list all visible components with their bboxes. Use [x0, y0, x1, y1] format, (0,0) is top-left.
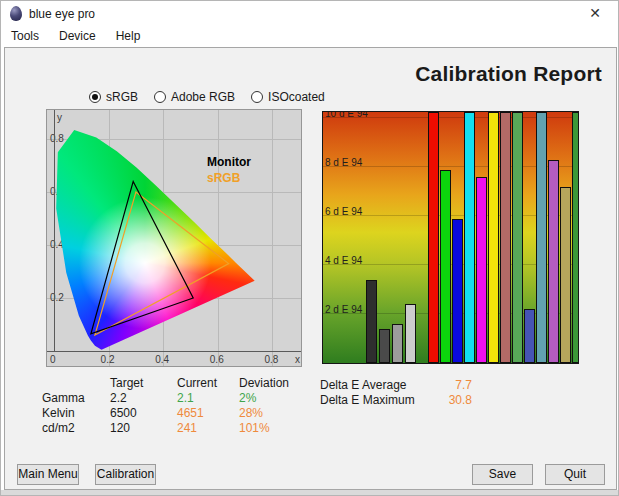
deviation-value: 28% [239, 406, 309, 420]
table-header-row: TargetCurrentDeviation [42, 376, 309, 391]
row-label: Gamma [42, 391, 110, 405]
page-title: Calibration Report [415, 62, 602, 86]
radio-label: sRGB [106, 90, 138, 104]
row-label: cd/m2 [42, 421, 110, 435]
bar-y-tick-label: 2 d E 94 [325, 304, 362, 315]
quit-button[interactable]: Quit [545, 464, 605, 485]
delta-e-value: 30.8 [430, 393, 472, 407]
delta-e-summary: Delta E Average7.7Delta E Maximum30.8 [320, 378, 472, 408]
delta-e-bar-blue [452, 219, 463, 363]
main-menu-button[interactable]: Main Menu [17, 464, 79, 485]
window-title: blue eye pro [29, 7, 95, 21]
target-value: 6500 [110, 406, 177, 420]
bar-y-tick-label: 10 d E 94 [325, 111, 368, 119]
table-row: cd/m2120241101% [42, 421, 309, 436]
menu-item-help[interactable]: Help [106, 26, 151, 47]
delta-e-bar-magenta [476, 177, 487, 363]
content-panel: sRGBAdobe RGBISOcoated Calibration Repor… [4, 47, 617, 490]
table-row: Gamma2.22.12% [42, 391, 309, 406]
table-header: Deviation [239, 376, 309, 390]
cie-chromaticity-chart: 00.20.40.60.80.20.40.60.8yx Monitor sRGB [46, 109, 302, 367]
radio-circle-icon [251, 91, 263, 103]
delta-e-bar-black [366, 280, 377, 363]
radio-circle-icon [89, 91, 101, 103]
delta-e-label: Delta E Maximum [320, 393, 430, 407]
delta-e-row: Delta E Maximum30.8 [320, 393, 472, 408]
table-header: Current [177, 376, 239, 390]
deviation-value: 101% [239, 421, 309, 435]
delta-e-bar-yellow [488, 112, 499, 363]
delta-e-bar-light-gray [405, 304, 416, 363]
menu-item-tools[interactable]: Tools [1, 26, 49, 47]
menu-item-device[interactable]: Device [49, 26, 106, 47]
bar-y-tick-label: 4 d E 94 [325, 255, 362, 266]
delta-e-bar-green [440, 170, 451, 363]
row-label: Kelvin [42, 406, 110, 420]
bar-y-tick-label: 6 d E 94 [325, 206, 362, 217]
radio-adobe-rgb[interactable]: Adobe RGB [154, 90, 235, 104]
delta-e-bar-chart: 2 d E 944 d E 946 d E 948 d E 9410 d E 9… [322, 111, 579, 364]
delta-e-bar-forest-green [572, 112, 579, 363]
calibration-results-table: TargetCurrentDeviationGamma2.22.12%Kelvi… [42, 376, 309, 436]
delta-e-bar-red [428, 112, 439, 363]
title-bar: blue eye pro ✕ [1, 1, 618, 26]
delta-e-bar-dark-khaki [560, 187, 571, 363]
legend-monitor-label: Monitor [207, 155, 251, 169]
app-egg-icon [10, 6, 22, 21]
calibration-button[interactable]: Calibration [95, 464, 156, 485]
delta-e-row: Delta E Average7.7 [320, 378, 472, 393]
delta-e-bar-medium-green [512, 112, 523, 363]
color-space-radio-group: sRGBAdobe RGBISOcoated [89, 90, 341, 106]
save-button[interactable]: Save [472, 464, 533, 485]
target-value: 120 [110, 421, 177, 435]
legend-srgb-label: sRGB [207, 171, 240, 185]
delta-e-bar-rosy-brown [500, 112, 511, 363]
radio-circle-icon [154, 91, 166, 103]
app-window: blue eye pro ✕ ToolsDeviceHelp sRGBAdobe… [0, 0, 619, 496]
target-value: 2.2 [110, 391, 177, 405]
radio-isocoated[interactable]: ISOcoated [251, 90, 325, 104]
delta-e-label: Delta E Average [320, 378, 430, 392]
table-row: Kelvin6500465128% [42, 406, 309, 421]
current-value: 2.1 [177, 391, 239, 405]
window-bottom-strip [1, 490, 618, 496]
menu-bar: ToolsDeviceHelp [1, 26, 618, 47]
delta-e-bar-cyan [464, 112, 475, 363]
cie-legend: Monitor sRGB [47, 110, 302, 367]
radio-srgb[interactable]: sRGB [89, 90, 138, 104]
delta-e-bar-gray [392, 324, 403, 363]
bar-y-tick-label: 8 d E 94 [325, 157, 362, 168]
delta-e-bar-steel-teal [536, 112, 547, 363]
delta-e-value: 7.7 [430, 378, 472, 392]
table-header: Target [110, 376, 177, 390]
delta-e-bar-slate-blue [524, 309, 535, 363]
current-value: 241 [177, 421, 239, 435]
current-value: 4651 [177, 406, 239, 420]
delta-e-bar-dark-gray [379, 329, 390, 363]
delta-e-bar-orchid [548, 160, 559, 363]
radio-label: Adobe RGB [171, 90, 235, 104]
radio-label: ISOcoated [268, 90, 325, 104]
close-icon[interactable]: ✕ [580, 3, 610, 24]
deviation-value: 2% [239, 391, 309, 405]
